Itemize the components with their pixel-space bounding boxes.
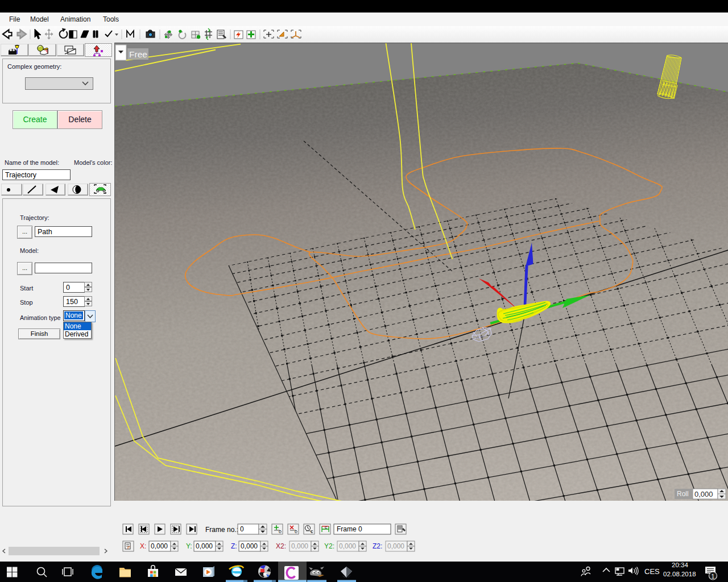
svg-text:Y2:: Y2: (324, 542, 334, 550)
svg-text:c: c (311, 529, 313, 534)
svg-text:Free: Free (129, 49, 147, 59)
svg-text:CES: CES (644, 567, 660, 576)
svg-text:0,000: 0,000 (291, 542, 308, 550)
svg-text:Frame 0: Frame 0 (337, 525, 362, 533)
svg-text:0,000: 0,000 (241, 542, 258, 550)
svg-text:Roll: Roll (677, 490, 689, 498)
svg-text:0,000: 0,000 (196, 542, 213, 550)
svg-text:0,000: 0,000 (694, 490, 713, 498)
svg-text:c: c (325, 525, 327, 530)
svg-text:Z2:: Z2: (373, 542, 382, 550)
svg-text:20:34: 20:34 (672, 562, 688, 568)
svg-text:Y:: Y: (186, 542, 192, 550)
svg-text:0,000: 0,000 (387, 542, 404, 550)
svg-text:X:: X: (140, 542, 146, 550)
svg-text:X2:: X2: (276, 542, 286, 550)
svg-text:Z:: Z: (231, 542, 237, 550)
svg-text:Frame no.:: Frame no.: (205, 526, 238, 534)
svg-text:1: 1 (712, 573, 715, 580)
svg-text:0,000: 0,000 (151, 542, 168, 550)
svg-text:02.08.2018: 02.08.2018 (663, 571, 696, 577)
svg-text:0: 0 (240, 525, 244, 533)
svg-text:0,000: 0,000 (339, 542, 356, 550)
